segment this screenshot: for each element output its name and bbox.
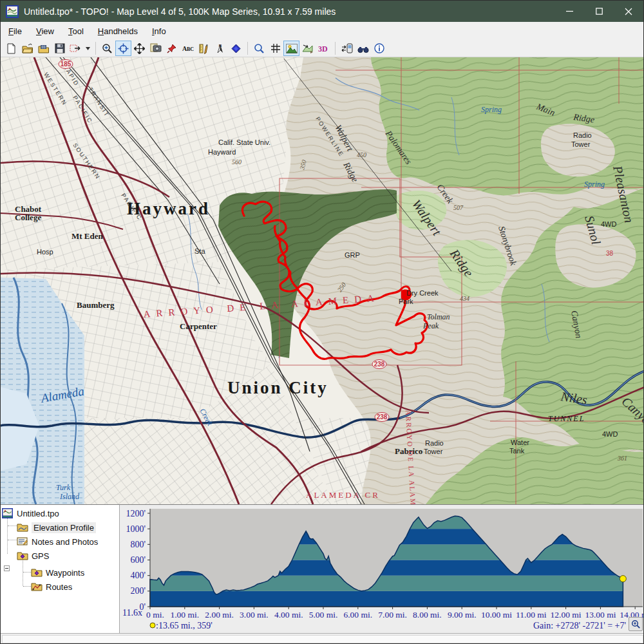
waypoints-folder-icon bbox=[31, 567, 43, 578]
window-title: Untitled.tpo* - TOPO! - Map Level 4 of 5… bbox=[24, 6, 554, 17]
marker-readout: :13.65 mi., 359' bbox=[156, 621, 213, 630]
copy-photo-button[interactable] bbox=[147, 41, 164, 56]
map-label: Spring bbox=[584, 180, 605, 189]
text-label-tool-button[interactable]: ABC bbox=[180, 41, 196, 56]
y-tick-label: 1000' bbox=[126, 524, 146, 534]
map-label: Tolman bbox=[427, 312, 450, 321]
tree-connector bbox=[8, 526, 17, 526]
elevation-profile-tool-button[interactable] bbox=[299, 41, 316, 56]
pan-tool-button[interactable] bbox=[131, 41, 147, 56]
map-label: 238 bbox=[377, 413, 388, 421]
binoculars-search-button[interactable] bbox=[355, 41, 371, 56]
menu-handhelds[interactable]: Handhelds bbox=[91, 24, 144, 39]
route-end-marker[interactable] bbox=[620, 576, 626, 582]
new-document-icon bbox=[6, 43, 17, 54]
menu-tool[interactable]: Tool bbox=[62, 24, 90, 39]
chevron-down-icon bbox=[86, 47, 90, 50]
map-label: 238 bbox=[374, 361, 385, 368]
routes-folder-icon bbox=[31, 582, 43, 592]
x-tick-label: 1.00 mi. bbox=[170, 610, 199, 620]
tree-item-elevation-profile[interactable]: Elevation Profile bbox=[17, 521, 96, 534]
toolbar-separator bbox=[335, 42, 336, 55]
import-map-button[interactable] bbox=[35, 41, 52, 56]
map-label: 361 bbox=[617, 455, 627, 462]
open-folder-icon bbox=[22, 43, 33, 54]
maximize-button[interactable] bbox=[584, 1, 614, 22]
north-arrow-button[interactable]: N bbox=[212, 41, 228, 56]
waypoint-symbol-button[interactable] bbox=[228, 41, 244, 56]
north-arrow-icon: N bbox=[216, 43, 225, 54]
map-viewport: HaywardUnion CityMt EdenBaumbergCarpente… bbox=[1, 57, 644, 504]
x-tick-label: 7.00 mi. bbox=[378, 610, 407, 620]
three-d-icon: 3D bbox=[317, 44, 330, 53]
tree-item-gps[interactable]: GPS bbox=[17, 549, 49, 562]
gps-transfer-button[interactable] bbox=[339, 41, 355, 56]
map-label: ALAMEDA CR bbox=[306, 490, 380, 500]
x-tick-label: 10.00 mi bbox=[481, 610, 512, 620]
svg-text:3D: 3D bbox=[318, 44, 328, 53]
tree-item-document[interactable]: Untitled.tpo bbox=[2, 507, 59, 520]
profile-folder-icon bbox=[17, 522, 28, 533]
grid-icon bbox=[270, 43, 281, 53]
app-window: Untitled.tpo* - TOPO! - Map Level 4 of 5… bbox=[0, 0, 644, 644]
info-button[interactable] bbox=[371, 41, 387, 56]
map-label: TUNNEL bbox=[548, 414, 585, 423]
tree-item-label: Elevation Profile bbox=[32, 522, 96, 533]
gain-readout: Gain: +2728' -2721' = +7' bbox=[533, 621, 626, 630]
export-selection-button[interactable] bbox=[68, 41, 84, 56]
find-button[interactable] bbox=[251, 41, 267, 56]
toolbar-separator bbox=[95, 42, 96, 55]
map-label: Hosp bbox=[37, 248, 53, 256]
terrain-photo-view-button[interactable] bbox=[283, 41, 299, 56]
zoom-in-tool-button[interactable] bbox=[99, 41, 115, 56]
elevation-profile-chart[interactable]: 1200'1000'800'600'400'200'0'0 mi.1.00 mi… bbox=[120, 505, 644, 634]
map-label: Mt Eden bbox=[71, 231, 104, 241]
profile-zoom-button[interactable] bbox=[629, 617, 643, 631]
map-label: Spring bbox=[481, 105, 502, 114]
bottom-panel: Untitled.tpo Elevation Profile Notes and… bbox=[1, 504, 644, 633]
x-tick-label: 3.00 mi. bbox=[240, 610, 269, 620]
measure-tool-button[interactable] bbox=[196, 41, 212, 56]
tree-item-label: GPS bbox=[32, 551, 49, 561]
map-label: Tower bbox=[424, 448, 443, 455]
menu-file[interactable]: File bbox=[2, 24, 28, 39]
grid-overlay-button[interactable] bbox=[267, 41, 283, 56]
map-label: 507 bbox=[453, 204, 464, 211]
tree-item-waypoints[interactable]: Waypoints bbox=[31, 566, 84, 579]
new-button[interactable] bbox=[3, 41, 19, 56]
menu-view[interactable]: View bbox=[30, 24, 61, 39]
menu-info[interactable]: Info bbox=[146, 24, 173, 39]
open-button[interactable] bbox=[19, 41, 35, 56]
three-d-view-button[interactable]: 3D bbox=[316, 41, 332, 56]
map-label: 4WD bbox=[602, 430, 618, 438]
recenter-tool-button[interactable] bbox=[115, 41, 131, 56]
tree-connector bbox=[23, 586, 31, 587]
tree-item-routes[interactable]: Routes bbox=[31, 580, 72, 593]
save-button[interactable] bbox=[52, 41, 68, 56]
map-label: Dry Creek bbox=[406, 289, 439, 297]
menu-bar: File View Tool Handhelds Info bbox=[1, 22, 643, 40]
gps-expand-toggle[interactable] bbox=[4, 565, 10, 571]
export-dropdown[interactable] bbox=[84, 41, 92, 56]
gps-folder-icon bbox=[17, 551, 28, 561]
zoom-in-icon bbox=[631, 620, 641, 629]
topo-document-icon bbox=[2, 508, 14, 518]
pushpin-button[interactable] bbox=[164, 41, 180, 56]
elevation-profile-tool-icon bbox=[302, 43, 314, 53]
map-label: Park bbox=[399, 298, 413, 305]
map-label: College bbox=[15, 213, 41, 222]
y-tick-label: 400' bbox=[130, 571, 146, 580]
marker-legend-dot bbox=[150, 623, 155, 628]
x-tick-label: 8.00 mi. bbox=[413, 610, 442, 620]
profile-zoom-factor: 11.6x bbox=[122, 608, 142, 618]
map-label: 450 bbox=[357, 151, 366, 158]
close-button[interactable] bbox=[614, 1, 643, 22]
camera-clipboard-icon bbox=[150, 43, 162, 53]
map-canvas[interactable]: HaywardUnion CityMt EdenBaumbergCarpente… bbox=[1, 57, 644, 504]
map-label: Water bbox=[511, 439, 529, 446]
zoom-in-magnifier-icon bbox=[102, 43, 113, 54]
waypoint-diamond-icon bbox=[231, 44, 241, 53]
tree-item-notes-photos[interactable]: Notes and Photos bbox=[17, 535, 98, 548]
toolbar: ABC N 3D bbox=[1, 40, 643, 57]
minimize-button[interactable] bbox=[554, 1, 584, 22]
